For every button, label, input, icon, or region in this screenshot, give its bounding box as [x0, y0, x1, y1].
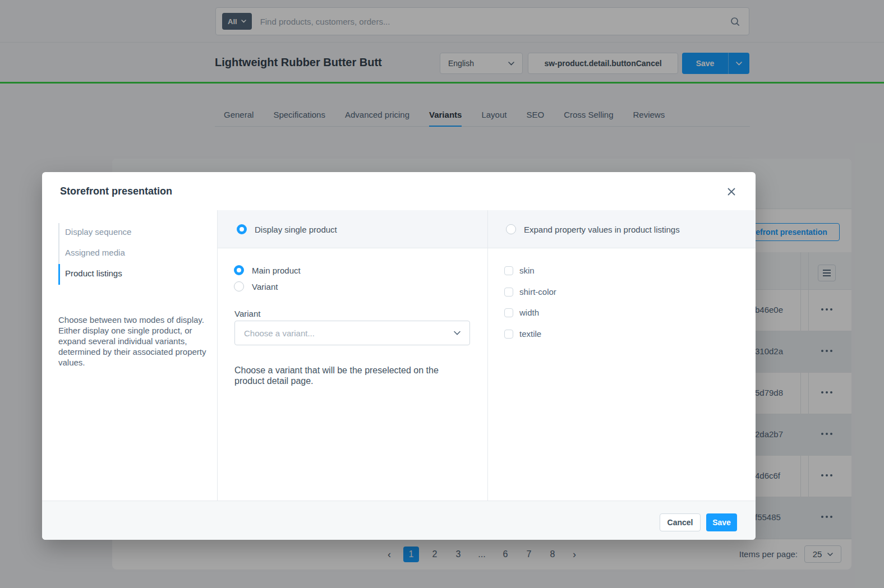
- expand-property-values-option[interactable]: Expand property values in product listin…: [506, 224, 680, 234]
- checkbox-icon[interactable]: [504, 266, 513, 275]
- chevron-down-icon: [454, 331, 461, 335]
- property-checkbox-shirt-color[interactable]: shirt-color: [504, 287, 556, 297]
- sidebar-item-display-sequence[interactable]: Display sequence: [65, 227, 131, 237]
- variant-select[interactable]: Choose a variant...: [234, 321, 470, 345]
- cancel-button[interactable]: Cancel: [660, 513, 701, 531]
- close-icon[interactable]: [725, 186, 738, 198]
- checkbox-icon[interactable]: [504, 288, 513, 297]
- expand-property-values-label[interactable]: Expand property values in product listin…: [524, 225, 680, 234]
- variant-field-label: Variant: [234, 309, 260, 318]
- property-checkbox-width[interactable]: width: [504, 308, 539, 317]
- sidebar-item-product-listings[interactable]: Product listings: [65, 268, 122, 278]
- property-checkbox-skin[interactable]: skin: [504, 266, 535, 275]
- screen: All Find products, customers, orders... …: [0, 0, 884, 588]
- sidebar-item-assigned-media[interactable]: Assigned media: [65, 248, 125, 257]
- variant-help-text: Choose a variant that will be the presel…: [234, 365, 460, 386]
- display-single-product-label[interactable]: Display single product: [255, 225, 337, 234]
- storefront-presentation-modal: Storefront presentation Display sequence…: [42, 172, 756, 540]
- property-checkbox-textile[interactable]: textile: [504, 329, 541, 339]
- display-single-product-option[interactable]: Display single product: [237, 224, 337, 234]
- sidebar-active-indicator: [58, 264, 60, 285]
- checkbox-icon[interactable]: [504, 308, 513, 317]
- main-product-option[interactable]: Main product: [234, 265, 301, 275]
- radio-icon[interactable]: [234, 281, 244, 291]
- modal-title: Storefront presentation: [60, 186, 172, 197]
- property-label[interactable]: width: [519, 308, 539, 317]
- save-button[interactable]: Save: [706, 513, 737, 531]
- modal-column-divider: [217, 210, 218, 501]
- property-label[interactable]: textile: [519, 329, 541, 339]
- radio-icon[interactable]: [234, 265, 244, 275]
- radio-icon[interactable]: [237, 224, 247, 234]
- modal-column-divider: [487, 210, 488, 501]
- property-label[interactable]: shirt-color: [519, 287, 556, 297]
- variant-option-label[interactable]: Variant: [252, 282, 278, 291]
- property-label[interactable]: skin: [519, 266, 535, 275]
- mode-description: Choose between two modes of display. Eit…: [58, 314, 208, 368]
- variant-select-placeholder: Choose a variant...: [244, 328, 315, 338]
- variant-option[interactable]: Variant: [234, 281, 278, 291]
- checkbox-icon[interactable]: [504, 330, 513, 339]
- radio-icon[interactable]: [506, 224, 516, 234]
- modal-footer: Cancel Save: [42, 501, 756, 540]
- main-product-label[interactable]: Main product: [252, 266, 301, 275]
